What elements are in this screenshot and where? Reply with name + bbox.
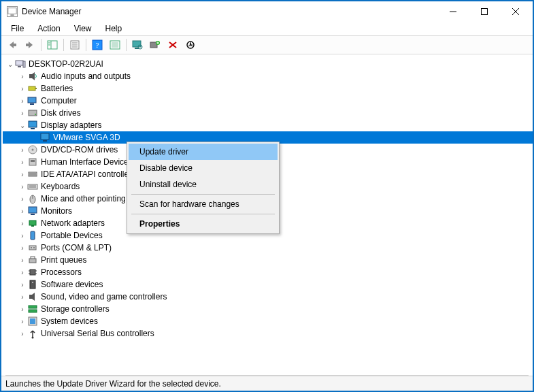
tree-category-node[interactable]: ›Disk drives	[3, 107, 533, 119]
software-icon	[27, 279, 38, 290]
expander-closed-icon[interactable]: ›	[18, 231, 27, 240]
tree-category-node[interactable]: ›Print queues	[3, 254, 533, 266]
toolbar-back-button[interactable]	[4, 37, 20, 52]
expander-closed-icon[interactable]: ›	[18, 255, 27, 265]
svg-rect-7	[26, 44, 29, 46]
toolbar-separator	[86, 39, 86, 51]
tree-category-node[interactable]: ›Sound, video and game controllers	[3, 291, 533, 303]
context-properties[interactable]: Properties	[129, 216, 278, 232]
svg-rect-43	[41, 133, 49, 140]
expander-closed-icon[interactable]: ›	[18, 292, 27, 301]
tree-category-label: Display adapters	[41, 120, 101, 130]
storage-icon	[27, 304, 38, 314]
svg-rect-61	[31, 231, 35, 240]
tree-root-node[interactable]: ⌄ DESKTOP-02R2UAI	[3, 58, 533, 70]
toolbar-update-driver-button[interactable]	[107, 37, 123, 52]
tree-pane-icon	[47, 40, 58, 50]
svg-rect-42	[31, 128, 35, 129]
computer-icon	[15, 59, 26, 69]
svg-point-46	[32, 149, 34, 151]
context-menu: Update driver Disable device Uninstall d…	[127, 142, 280, 234]
ide-icon	[27, 169, 38, 180]
toolbar-properties-button[interactable]	[67, 37, 83, 52]
mouse-icon	[27, 193, 38, 204]
expander-closed-icon[interactable]: ›	[18, 71, 27, 81]
expander-closed-icon[interactable]: ›	[18, 84, 27, 93]
tree-root-label: DESKTOP-02R2UAI	[29, 59, 103, 69]
tree-category-label: Universal Serial Bus controllers	[41, 329, 154, 338]
svg-rect-57	[29, 207, 37, 213]
expander-closed-icon[interactable]: ›	[18, 316, 27, 326]
titlebar: Device Manager	[1, 1, 533, 22]
expander-closed-icon[interactable]: ›	[18, 96, 27, 105]
tree-category-node[interactable]: ›Ports (COM & LPT)	[3, 242, 533, 254]
display-icon	[39, 132, 50, 143]
menu-file[interactable]: File	[5, 22, 29, 35]
expander-closed-icon[interactable]: ›	[18, 108, 27, 118]
battery-icon	[27, 83, 38, 94]
expander-open-icon[interactable]: ⌄	[18, 120, 27, 130]
toolbar-uninstall-button[interactable]	[165, 37, 181, 52]
context-scan-hardware[interactable]: Scan for hardware changes	[129, 196, 278, 212]
close-button[interactable]	[500, 1, 531, 22]
maximize-button[interactable]	[469, 1, 500, 22]
svg-point-79	[32, 337, 34, 339]
menu-help[interactable]: Help	[100, 22, 128, 35]
expander-closed-icon[interactable]: ›	[18, 280, 27, 289]
svg-rect-49	[29, 172, 37, 176]
tree-category-node[interactable]: ›Storage controllers	[3, 303, 533, 315]
expander-closed-icon[interactable]: ›	[18, 206, 27, 216]
minimize-button[interactable]	[437, 1, 469, 22]
tree-category-node[interactable]: ›Computer	[3, 95, 533, 107]
expander-closed-icon[interactable]: ›	[18, 267, 27, 277]
expander-closed-icon[interactable]: ›	[18, 329, 27, 338]
svg-rect-34	[29, 74, 32, 78]
toolbar-help-button[interactable]: ?	[89, 37, 105, 52]
menu-action[interactable]: Action	[32, 22, 65, 35]
toolbar-add-hardware-button[interactable]	[147, 37, 163, 52]
expander-closed-icon[interactable]: ›	[18, 304, 27, 314]
context-update-driver[interactable]: Update driver	[129, 144, 278, 160]
disable-icon	[185, 40, 196, 50]
svg-rect-78	[30, 318, 35, 324]
expander-closed-icon[interactable]: ›	[18, 157, 27, 167]
monitor-icon	[27, 206, 38, 216]
tree-category-node[interactable]: ›Universal Serial Bus controllers	[3, 327, 533, 340]
window-title: Device Manager	[22, 7, 81, 16]
svg-rect-33	[23, 61, 25, 67]
svg-point-40	[35, 114, 36, 115]
tree-category-node[interactable]: ›Software devices	[3, 278, 533, 291]
cpu-icon	[27, 267, 38, 278]
menu-view[interactable]: View	[69, 22, 97, 35]
tree-category-node[interactable]: ›Audio inputs and outputs	[3, 70, 533, 82]
tree-category-label: Computer	[41, 96, 77, 105]
expander-closed-icon[interactable]: ›	[18, 182, 27, 191]
tree-category-label: System devices	[41, 316, 98, 326]
svg-rect-32	[18, 66, 21, 67]
toolbar-scan-hardware-button[interactable]	[129, 37, 146, 52]
expander-closed-icon[interactable]: ›	[18, 145, 27, 154]
expander-closed-icon[interactable]: ›	[18, 169, 27, 179]
app-icon	[7, 6, 18, 17]
expander-closed-icon[interactable]: ›	[18, 218, 27, 228]
expander-closed-icon[interactable]: ›	[18, 194, 27, 203]
tree-category-node[interactable]: ›Batteries	[3, 82, 533, 95]
svg-rect-62	[29, 246, 36, 250]
expander-icon[interactable]: ⌄	[5, 59, 15, 69]
tree-category-label: Processors	[41, 267, 82, 277]
svg-rect-58	[31, 214, 35, 215]
tree-category-node[interactable]: ›Processors	[3, 266, 533, 278]
tree-category-label: IDE ATA/ATAPI controllers	[41, 169, 135, 179]
toolbar-console-tree-button[interactable]	[44, 37, 61, 52]
toolbar-disable-button[interactable]	[182, 37, 199, 52]
add-hardware-icon	[150, 40, 161, 50]
tree-category-node[interactable]: ⌄Display adapters	[3, 119, 533, 131]
svg-rect-59	[29, 220, 36, 225]
svg-text:?: ?	[96, 41, 99, 49]
context-disable-device[interactable]: Disable device	[129, 160, 278, 176]
toolbar-forward-button[interactable]	[22, 37, 38, 52]
expander-closed-icon[interactable]: ›	[18, 243, 27, 252]
context-uninstall-device[interactable]: Uninstall device	[129, 176, 278, 193]
tree-category-label: Ports (COM & LPT)	[41, 243, 112, 252]
tree-category-node[interactable]: ›System devices	[3, 315, 533, 327]
